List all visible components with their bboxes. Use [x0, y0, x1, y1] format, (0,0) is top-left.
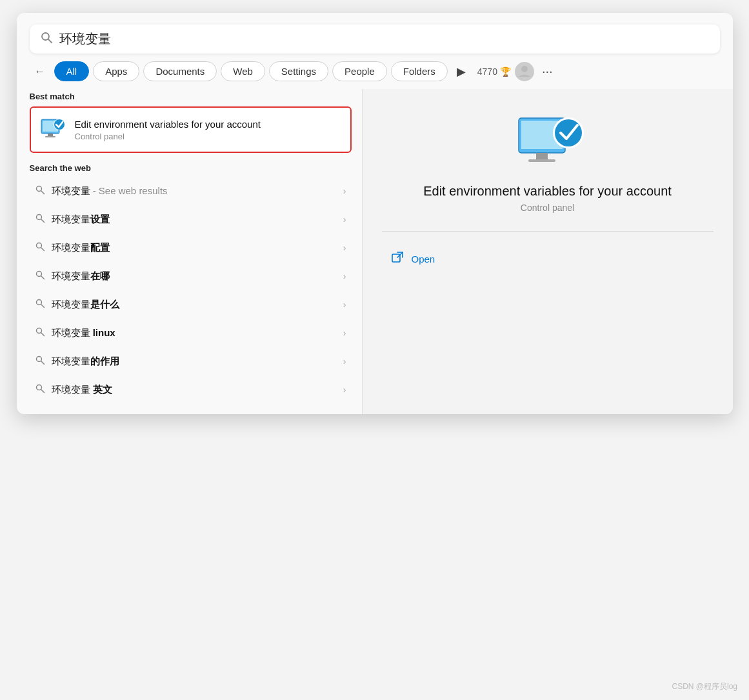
web-result-text: 环境变量在哪: [52, 270, 337, 283]
svg-point-30: [555, 119, 582, 146]
chevron-right-icon: ›: [343, 299, 346, 310]
divider: [382, 231, 714, 232]
search-result-icon: [35, 241, 45, 254]
open-icon: [391, 251, 404, 267]
best-match-text: Edit environment variables for your acco…: [75, 118, 341, 142]
web-result-text: 环境变量配置: [52, 242, 337, 254]
svg-point-17: [36, 300, 41, 305]
chevron-right-icon: ›: [343, 328, 346, 338]
chevron-right-icon: ›: [343, 356, 346, 366]
tab-all[interactable]: All: [54, 61, 90, 81]
web-result-item[interactable]: 环境变量设置 ›: [30, 205, 352, 234]
points-display: 4770 🏆: [477, 66, 511, 77]
right-app-sub: Control panel: [521, 203, 574, 213]
chevron-right-icon: ›: [343, 271, 346, 281]
best-match-icon: [40, 117, 66, 143]
svg-line-12: [41, 219, 45, 223]
watermark: CSDN @程序员log: [672, 681, 737, 692]
search-result-icon: [35, 383, 45, 396]
svg-line-16: [41, 276, 45, 279]
main-content: Best match: [17, 89, 733, 414]
web-results-list: 环境变量 - See web results › 环境变量设置 ›: [30, 177, 352, 404]
svg-point-19: [36, 328, 41, 334]
points-value: 4770: [477, 66, 497, 77]
search-bar: 环境变量: [30, 25, 720, 54]
search-result-icon: [35, 185, 45, 197]
svg-point-0: [42, 33, 49, 40]
svg-point-13: [36, 243, 41, 248]
svg-line-1: [48, 39, 52, 43]
web-result-text: 环境变量 linux: [52, 327, 337, 339]
back-button[interactable]: ←: [30, 62, 50, 81]
best-match-name: Edit environment variables for your acco…: [75, 118, 341, 131]
web-section-title: Search the web: [30, 163, 352, 173]
svg-point-21: [36, 357, 41, 362]
svg-point-9: [36, 186, 41, 192]
open-label: Open: [412, 254, 435, 265]
web-result-text: 环境变量 英文: [52, 384, 337, 396]
left-panel: Best match: [17, 89, 362, 414]
svg-point-2: [521, 66, 528, 72]
web-result-text: 环境变量设置: [52, 214, 337, 226]
tab-web[interactable]: Web: [221, 61, 265, 81]
svg-point-15: [36, 272, 41, 277]
web-result-item[interactable]: 环境变量 英文 ›: [30, 375, 352, 404]
tab-documents[interactable]: Documents: [143, 61, 217, 81]
svg-point-11: [36, 215, 41, 220]
svg-line-20: [41, 333, 45, 336]
svg-point-23: [36, 385, 41, 390]
trophy-icon: 🏆: [500, 66, 511, 77]
filter-tabs: ← All Apps Documents Web Settings People…: [17, 61, 733, 89]
svg-line-24: [41, 390, 45, 393]
svg-rect-5: [48, 134, 53, 136]
svg-rect-6: [45, 136, 55, 137]
web-result-item[interactable]: 环境变量配置 ›: [30, 234, 352, 262]
chevron-right-icon: ›: [343, 186, 346, 196]
web-result-item[interactable]: 环境变量是什么 ›: [30, 290, 352, 319]
search-result-icon: [35, 355, 45, 368]
web-result-text: 环境变量的作用: [52, 355, 337, 368]
chevron-right-icon: ›: [343, 243, 346, 253]
search-result-icon: [35, 298, 45, 311]
tab-folders[interactable]: Folders: [391, 61, 448, 81]
chevron-right-icon: ›: [343, 385, 346, 395]
web-result-item[interactable]: 环境变量 linux ›: [30, 319, 352, 347]
search-panel: 环境变量 ← All Apps Documents Web Settings P…: [17, 13, 733, 414]
more-tabs-button[interactable]: ▶: [452, 62, 471, 81]
best-match-item[interactable]: Edit environment variables for your acco…: [30, 106, 352, 153]
app-icon: [515, 115, 580, 170]
open-button[interactable]: Open: [382, 245, 714, 274]
tab-people[interactable]: People: [332, 61, 387, 81]
right-app-name: Edit environment variables for your acco…: [423, 184, 672, 199]
search-icon: [40, 31, 53, 47]
chevron-right-icon: ›: [343, 214, 346, 225]
search-result-icon: [35, 326, 45, 339]
web-result-text: 环境变量是什么: [52, 299, 337, 311]
svg-line-22: [41, 361, 45, 365]
web-result-text: 环境变量 - See web results: [52, 185, 337, 197]
search-input[interactable]: 环境变量: [59, 32, 710, 46]
svg-line-18: [41, 305, 45, 308]
svg-rect-28: [528, 159, 555, 162]
ellipsis-button[interactable]: ···: [538, 61, 557, 81]
svg-line-10: [41, 191, 45, 194]
web-result-item[interactable]: 环境变量 - See web results ›: [30, 177, 352, 205]
web-result-item[interactable]: 环境变量的作用 ›: [30, 347, 352, 375]
svg-line-14: [41, 248, 45, 251]
search-result-icon: [35, 270, 45, 283]
svg-rect-27: [536, 153, 548, 159]
web-result-item[interactable]: 环境变量在哪 ›: [30, 262, 352, 290]
tab-settings[interactable]: Settings: [269, 61, 328, 81]
user-avatar[interactable]: [515, 62, 534, 81]
right-actions: Open: [382, 245, 714, 274]
best-match-sub: Control panel: [75, 132, 341, 141]
right-panel: Edit environment variables for your acco…: [362, 89, 733, 414]
search-result-icon: [35, 213, 45, 226]
tab-apps[interactable]: Apps: [93, 61, 139, 81]
best-match-title: Best match: [30, 92, 352, 101]
